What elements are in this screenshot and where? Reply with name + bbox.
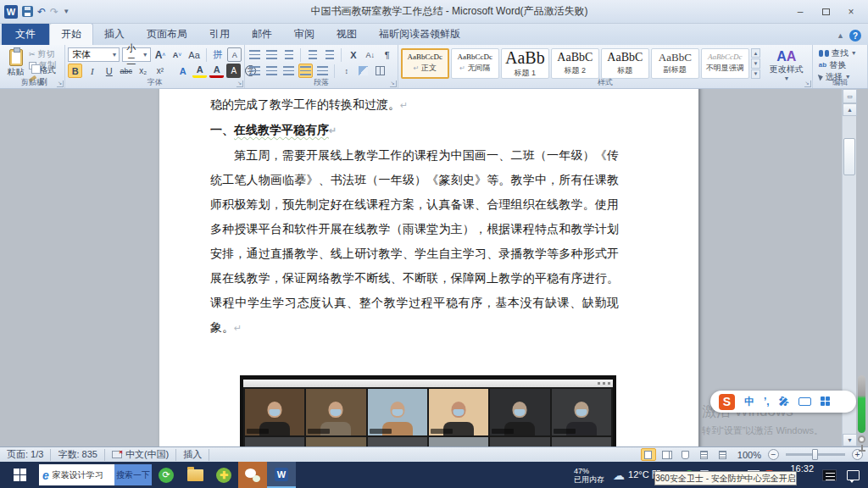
side-pin-icon[interactable]	[861, 445, 863, 452]
zoom-slider[interactable]	[786, 453, 845, 456]
tab-home[interactable]: 开始	[49, 23, 93, 45]
zoom-level[interactable]: 100%	[737, 450, 761, 460]
paste-button[interactable]: 粘贴	[3, 47, 29, 79]
meeting-screenshot-image[interactable]	[240, 375, 616, 446]
character-border-button[interactable]: A	[227, 47, 242, 62]
phonetic-guide-button[interactable]: 拼	[210, 47, 225, 62]
memory-usage[interactable]: 47%已用内存	[574, 467, 604, 484]
character-shading-button[interactable]: A	[226, 64, 241, 78]
restore-button[interactable]	[814, 4, 837, 19]
taskbar-app-explorer[interactable]	[181, 462, 209, 488]
full-screen-reading-button[interactable]	[659, 448, 675, 461]
decrease-indent-button[interactable]	[305, 47, 320, 62]
numbering-button[interactable]	[264, 47, 279, 62]
clipboard-dialog-launcher-icon[interactable]: ↘	[57, 80, 64, 87]
align-center-button[interactable]	[264, 64, 279, 78]
sort-button[interactable]: A↓	[363, 47, 377, 62]
borders-button[interactable]	[373, 64, 387, 78]
gallery-up-icon[interactable]: ▲	[751, 48, 760, 58]
sogou-logo-icon[interactable]: S	[719, 394, 735, 410]
grow-font-button[interactable]: A˄	[153, 47, 168, 62]
style-item[interactable]: AaBbC 副标题	[651, 48, 699, 79]
align-left-button[interactable]	[248, 64, 262, 78]
font-dialog-launcher-icon[interactable]: ↘	[236, 80, 243, 87]
show-marks-button[interactable]: ¶	[380, 47, 394, 62]
tab-references[interactable]: 引用	[198, 24, 241, 45]
notes-icon[interactable]	[822, 469, 837, 481]
side-circle-icon[interactable]	[858, 435, 865, 443]
highlight-color-button[interactable]: A	[192, 64, 207, 78]
proofing-language[interactable]: 中文(中国)	[105, 449, 176, 461]
multilevel-list-button[interactable]	[281, 47, 296, 62]
styles-dialog-launcher-icon[interactable]: ↘	[804, 80, 811, 87]
italic-button[interactable]: I	[85, 64, 99, 78]
document-text[interactable]: 稳的完成了教学工作的转换和过渡。↵ 一、在线教学平稳有序↵ 第五周，需要开展线上…	[210, 92, 619, 341]
search-text[interactable]: 家装设计学习	[53, 469, 114, 481]
scroll-up-icon[interactable]: ▲	[843, 103, 857, 116]
tab-file[interactable]: 文件	[2, 24, 49, 45]
side-widget[interactable]	[858, 375, 866, 452]
microphone-icon[interactable]: 🎤︎	[779, 396, 789, 408]
keyboard-icon[interactable]	[798, 397, 811, 406]
ruler-toggle-icon[interactable]: ▭	[843, 89, 857, 103]
tab-view[interactable]: 视图	[326, 24, 368, 45]
style-item[interactable]: AaBbCcDc ↵ 正文	[401, 48, 449, 79]
outline-view-button[interactable]	[697, 448, 712, 461]
save-icon[interactable]	[22, 6, 33, 17]
increase-indent-button[interactable]	[322, 47, 337, 62]
line-spacing-button[interactable]: ↕	[339, 64, 353, 78]
asian-layout-button[interactable]: X	[346, 47, 360, 62]
word-count[interactable]: 字数: 835	[51, 449, 104, 461]
taskbar-app-360browser[interactable]: ⟳	[152, 462, 181, 488]
font-size-combo[interactable]: 小二▼	[122, 47, 150, 62]
subscript-button[interactable]: x₂	[136, 64, 150, 78]
tab-review[interactable]: 审阅	[283, 24, 326, 45]
action-center-icon[interactable]	[847, 470, 860, 480]
collapse-ribbon-icon[interactable]: ▲	[837, 31, 844, 40]
word-logo-icon[interactable]: W	[4, 5, 18, 19]
gallery-down-icon[interactable]: ▼	[751, 58, 760, 68]
style-item[interactable]: AaBbCcDc ↵ 无间隔	[451, 48, 499, 79]
ime-mode-icon[interactable]: 中	[744, 395, 754, 409]
style-item[interactable]: AaBbC 标题	[601, 48, 649, 79]
font-color-button[interactable]: A	[209, 64, 224, 78]
ime-menu-icon[interactable]	[821, 396, 831, 407]
style-item[interactable]: AaBb 标题 1	[501, 48, 549, 79]
style-item[interactable]: AaBbC 标题 2	[551, 48, 599, 79]
scrollbar-thumb[interactable]	[843, 138, 855, 175]
tab-foxit[interactable]: 福昕阅读器领鲜版	[368, 24, 471, 45]
web-layout-button[interactable]	[678, 448, 693, 461]
bullets-button[interactable]	[248, 47, 262, 62]
distribute-button[interactable]	[315, 64, 330, 78]
help-icon[interactable]: ?	[849, 30, 861, 42]
strikethrough-button[interactable]: abc	[119, 64, 133, 78]
close-button[interactable]: ×	[839, 4, 863, 19]
tab-mailings[interactable]: 邮件	[241, 24, 283, 45]
sogou-ime-toolbar[interactable]: S 中 ’, 🎤︎	[710, 391, 856, 413]
cut-button[interactable]: ✂剪切	[29, 49, 62, 59]
print-layout-view-button[interactable]	[641, 448, 656, 461]
change-styles-button[interactable]: AA 更改样式 ▼	[764, 47, 810, 79]
style-item[interactable]: AaBbCcDc 不明显强调	[701, 48, 749, 79]
undo-icon[interactable]: ↶	[37, 6, 46, 18]
zoom-out-button[interactable]: −	[768, 449, 779, 460]
align-right-button[interactable]	[281, 64, 296, 78]
redo-icon[interactable]: ↷	[50, 6, 58, 18]
start-button[interactable]	[0, 462, 39, 488]
minimize-button[interactable]: –	[788, 4, 812, 19]
justify-button[interactable]	[298, 64, 313, 78]
draft-view-button[interactable]	[715, 448, 731, 461]
find-button[interactable]: 查找▼	[815, 47, 865, 58]
underline-button[interactable]: U	[102, 64, 116, 78]
taskbar-app-360safe[interactable]: ✚	[209, 462, 238, 488]
zoom-slider-thumb[interactable]	[812, 449, 818, 460]
ime-punctuation-icon[interactable]: ’,	[764, 396, 770, 408]
paragraph-dialog-launcher-icon[interactable]: ↘	[390, 80, 397, 87]
scroll-down-icon[interactable]: ▼	[843, 434, 857, 446]
tab-page-layout[interactable]: 页面布局	[136, 24, 198, 45]
taskbar-app-word[interactable]: W	[267, 462, 296, 488]
text-effects-button[interactable]: A	[175, 64, 190, 78]
gallery-scrollbar[interactable]: ▲ ▼ ▼	[751, 47, 760, 79]
bold-button[interactable]: B	[68, 64, 82, 78]
insert-mode[interactable]: 插入	[176, 449, 209, 461]
